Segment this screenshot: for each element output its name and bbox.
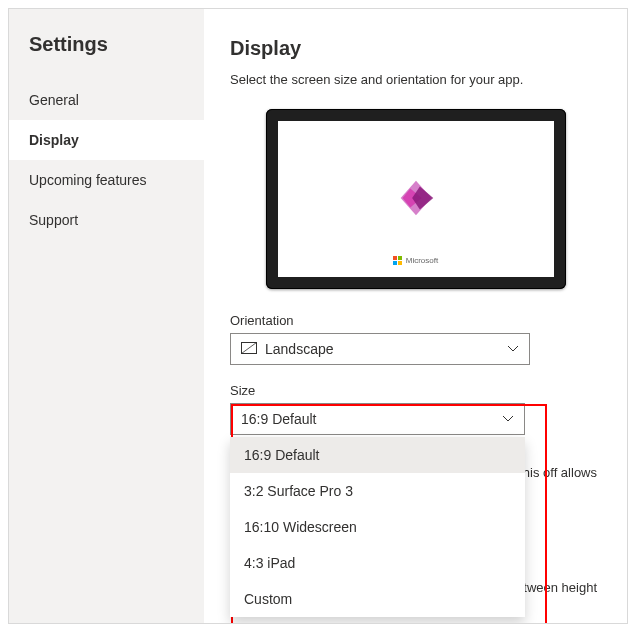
sidebar-item-label: Support [29,212,78,228]
brand-text: Microsoft [406,256,438,265]
chevron-down-icon [502,415,514,423]
sidebar-item-label: General [29,92,79,108]
size-label: Size [230,383,601,398]
size-select[interactable]: 16:9 Default [230,403,525,435]
page-description: Select the screen size and orientation f… [230,72,601,87]
size-option-custom[interactable]: Custom [230,581,525,617]
sidebar-item-label: Display [29,132,79,148]
chevron-down-icon [507,345,519,353]
orientation-select[interactable]: Landscape [230,333,530,365]
sidebar-item-display[interactable]: Display [9,120,204,160]
option-label: 16:9 Default [244,447,320,463]
sidebar-item-support[interactable]: Support [9,200,204,240]
orientation-row: Orientation Landscape [230,313,601,365]
orientation-label: Orientation [230,313,601,328]
size-dropdown: 16:9 Default 3:2 Surface Pro 3 16:10 Wid… [230,437,525,617]
sidebar-item-label: Upcoming features [29,172,147,188]
page-title: Display [230,37,601,60]
option-label: 4:3 iPad [244,555,295,571]
size-option-16-9[interactable]: 16:9 Default [230,437,525,473]
sidebar: Settings General Display Upcoming featur… [9,9,204,623]
size-option-3-2[interactable]: 3:2 Surface Pro 3 [230,473,525,509]
powerapps-icon [393,175,439,224]
brand-label: Microsoft [278,256,554,265]
option-label: Custom [244,591,292,607]
size-option-16-10[interactable]: 16:10 Widescreen [230,509,525,545]
settings-window: Settings General Display Upcoming featur… [8,8,628,624]
microsoft-icon [393,256,402,265]
sidebar-item-upcoming-features[interactable]: Upcoming features [9,160,204,200]
sidebar-item-general[interactable]: General [9,80,204,120]
main-panel: Display Select the screen size and orien… [204,9,627,623]
size-option-4-3[interactable]: 4:3 iPad [230,545,525,581]
orientation-value: Landscape [265,341,334,357]
option-label: 16:10 Widescreen [244,519,357,535]
landscape-icon [241,341,257,357]
size-value: 16:9 Default [241,411,317,427]
device-preview: Microsoft [266,109,566,289]
device-screen: Microsoft [278,121,554,277]
size-row: Size 16:9 Default 16:9 Default 3:2 Surfa… [230,383,601,435]
option-label: 3:2 Surface Pro 3 [244,483,353,499]
sidebar-title: Settings [9,33,204,80]
